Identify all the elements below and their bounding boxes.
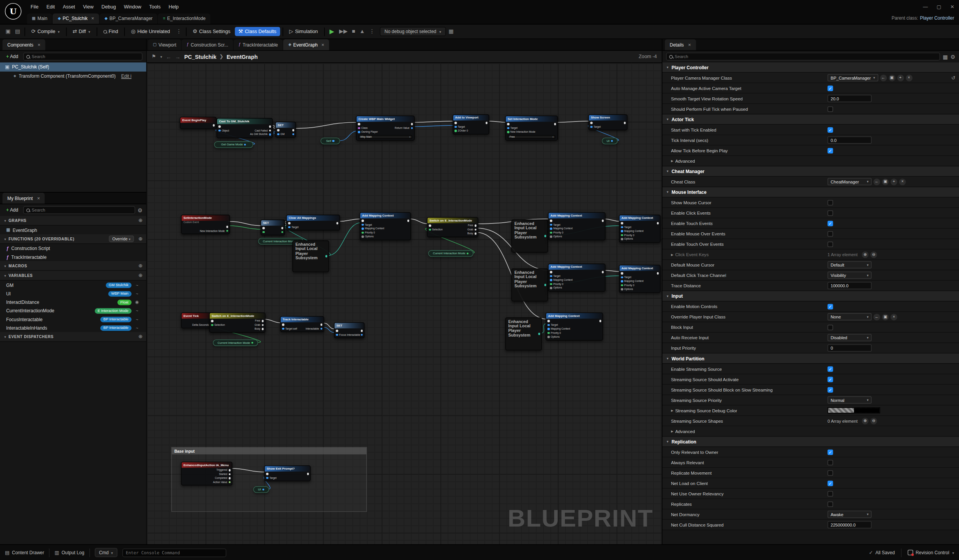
node-show-exit-prompt[interactable]: Show Exit Prompt?Target.: [264, 465, 311, 481]
eye-closed-icon[interactable]: ~: [134, 283, 140, 287]
add-icon[interactable]: ⊕: [138, 273, 143, 278]
add-component-button[interactable]: +Add: [4, 53, 21, 61]
node-add-mapping-context-2[interactable]: Add Mapping ContextTargetMapping Context…: [548, 212, 605, 240]
use-asset-icon[interactable]: ←: [874, 313, 880, 320]
close-tab-icon[interactable]: ×: [38, 42, 40, 47]
bookmarks-icon[interactable]: ⚑: [152, 54, 156, 59]
expander-arrow-icon[interactable]: ▶: [671, 159, 673, 163]
expand-arrow-icon[interactable]: ▼: [4, 264, 7, 268]
checkbox[interactable]: [827, 200, 833, 205]
graph-tab-eventgraph[interactable]: ◈EventGraph×: [284, 39, 329, 50]
expand-arrow-icon[interactable]: ▼: [4, 335, 7, 339]
value-dropdown[interactable]: None▾: [827, 313, 871, 320]
diff-button[interactable]: ⇄Diff▾: [69, 27, 94, 36]
node-set-interaction-mode-call[interactable]: Set Interaction ModeTargetNew Interactio…: [505, 116, 558, 141]
details-section-player-controller[interactable]: ▼Player Controller: [662, 62, 959, 73]
value-dropdown[interactable]: CheatManager▾: [827, 178, 871, 185]
frame-skip-icon[interactable]: ▶▶: [337, 29, 350, 34]
eye-closed-icon[interactable]: ~: [134, 326, 140, 330]
collapse-arrow-icon[interactable]: ▼: [666, 65, 669, 69]
collapse-arrow-icon[interactable]: ▼: [666, 190, 669, 194]
expander-arrow-icon[interactable]: ▶: [671, 253, 673, 257]
node-event-beginplay[interactable]: Event BeginPlay.: [180, 117, 216, 129]
checkbox[interactable]: [827, 470, 833, 475]
minimize-icon[interactable]: —: [919, 2, 932, 12]
plus-asset-icon[interactable]: +: [891, 178, 897, 185]
node-enhanced-input-subsystem-2[interactable]: Enhanced Input Local Player Subsystem: [511, 220, 548, 253]
node-add-mapping-context-1[interactable]: Add Mapping ContextTargetMapping Context…: [360, 212, 411, 240]
node-current-interaction-mode-pill-3[interactable]: Current Interaction Mode: [213, 339, 258, 346]
my-blueprint-add-button[interactable]: +Add: [4, 206, 21, 214]
hide-unrelated-button[interactable]: ◎Hide Unrelated: [127, 27, 174, 36]
node-dropdown[interactable]: Free▾: [508, 135, 555, 139]
value-dropdown[interactable]: Default▾: [827, 261, 871, 268]
add-icon[interactable]: ⊕: [138, 263, 143, 268]
add-icon[interactable]: ⊕: [138, 236, 143, 242]
node-enhanced-input-subsystem-1[interactable]: Enhanced Input Local Player Subsystem: [292, 240, 329, 272]
event-dispatchers-section-header[interactable]: ▼EVENT DISPATCHERS⊕: [0, 332, 146, 342]
details-tab[interactable]: Details×: [665, 39, 695, 50]
browse-asset-icon[interactable]: ▣: [889, 74, 895, 81]
node-dropdown[interactable]: Wbp Main▾: [359, 135, 412, 139]
asset-tab-main[interactable]: ▦Main: [27, 13, 52, 24]
save-asset-icon[interactable]: ▣: [4, 29, 13, 34]
back-arrow-icon[interactable]: ←: [166, 53, 171, 60]
simulation-button[interactable]: ▷Simulation: [285, 27, 322, 36]
my-blueprint-search-input[interactable]: Search: [23, 206, 135, 214]
all-saved-indicator[interactable]: ✓All Saved: [869, 550, 895, 555]
menu-item-asset[interactable]: Asset: [59, 2, 79, 12]
node-set-interaction-mode-event[interactable]: SetInteractionModeCustom Event..New Inte…: [181, 215, 230, 234]
close-tab-icon[interactable]: ×: [688, 42, 691, 47]
edit-in-cpp-link[interactable]: Edit i: [121, 73, 132, 79]
node-self-pill[interactable]: Self: [320, 138, 340, 144]
hide-unrelated-options-icon[interactable]: ⋮: [174, 29, 183, 34]
node-enhanced-input-subsystem-3[interactable]: Enhanced Input Local Player Subsystem: [511, 268, 548, 302]
details-section-replication[interactable]: ▼Replication: [662, 437, 959, 447]
remove-elements-icon[interactable]: ⊖: [871, 251, 877, 258]
expand-arrow-icon[interactable]: ▼: [4, 237, 7, 241]
checkbox[interactable]: [827, 460, 833, 465]
node-add-mapping-context-4[interactable]: Add Mapping ContextTargetMapping Context…: [545, 312, 603, 340]
node-get-game-mode[interactable]: Get Game Mode: [214, 141, 254, 148]
function-row-trackinteractable[interactable]: ƒTrackInteractable: [0, 253, 146, 261]
checkbox[interactable]: ✓: [827, 85, 833, 91]
node-switch-interaction-mode-1[interactable]: Switch on E_InteractionModeSelection.Fre…: [427, 217, 479, 237]
node-switch-interaction-mode-2[interactable]: Switch on E_InteractionModeSelection.Fre…: [209, 312, 265, 332]
eye-open-icon[interactable]: ◉: [134, 300, 140, 305]
node-set-gm[interactable]: SETGM: [275, 122, 296, 137]
color-swatch[interactable]: [827, 407, 880, 413]
browse-asset-icon[interactable]: ▣: [882, 178, 889, 185]
use-asset-icon[interactable]: ←: [880, 74, 886, 81]
menu-item-tools[interactable]: Tools: [145, 2, 164, 12]
close-tab-icon[interactable]: ×: [91, 16, 94, 21]
details-section-input[interactable]: ▼Input: [662, 291, 959, 302]
add-icon[interactable]: ⊕: [138, 334, 143, 339]
checkbox[interactable]: ✓: [827, 387, 833, 392]
node-set-current-interaction-mode[interactable]: SET: [260, 220, 285, 235]
expander-arrow-icon[interactable]: ▶: [671, 429, 673, 433]
eject-icon[interactable]: ▲: [358, 29, 367, 34]
menu-item-help[interactable]: Help: [165, 2, 182, 12]
close-icon[interactable]: ✕: [946, 2, 959, 12]
close-tab-icon[interactable]: ×: [321, 42, 324, 47]
node-ui-pill-bottom[interactable]: UI: [253, 486, 269, 493]
checkbox[interactable]: [827, 210, 833, 215]
menu-item-edit[interactable]: Edit: [43, 2, 58, 12]
value-input[interactable]: 0: [827, 344, 871, 352]
functions-section-header[interactable]: ▼FUNCTIONS (20 OVERRIDABLE)Override▾⊕: [0, 234, 146, 244]
checkbox[interactable]: [827, 241, 833, 247]
eye-closed-icon[interactable]: ~: [134, 308, 140, 313]
checkbox[interactable]: ✓: [827, 148, 833, 153]
node-current-interaction-mode-pill-2[interactable]: Current Interaction Mode: [428, 250, 474, 257]
plus-asset-icon[interactable]: +: [897, 74, 904, 81]
eye-closed-icon[interactable]: ~: [134, 292, 140, 296]
forward-arrow-icon[interactable]: →: [175, 53, 180, 60]
checkbox[interactable]: ✓: [827, 303, 833, 309]
node-enhanced-input-subsystem-4[interactable]: Enhanced Input Local Player Subsystem: [505, 317, 542, 350]
play-options-icon[interactable]: ⋮: [367, 29, 377, 34]
value-dropdown[interactable]: Disabled▾: [827, 334, 871, 341]
node-show-screen[interactable]: Show ScreenTarget.: [589, 114, 628, 130]
eye-closed-icon[interactable]: ~: [134, 317, 140, 321]
content-drawer-button[interactable]: ▤Content Drawer: [5, 550, 44, 555]
collapse-arrow-icon[interactable]: ▼: [666, 169, 669, 173]
